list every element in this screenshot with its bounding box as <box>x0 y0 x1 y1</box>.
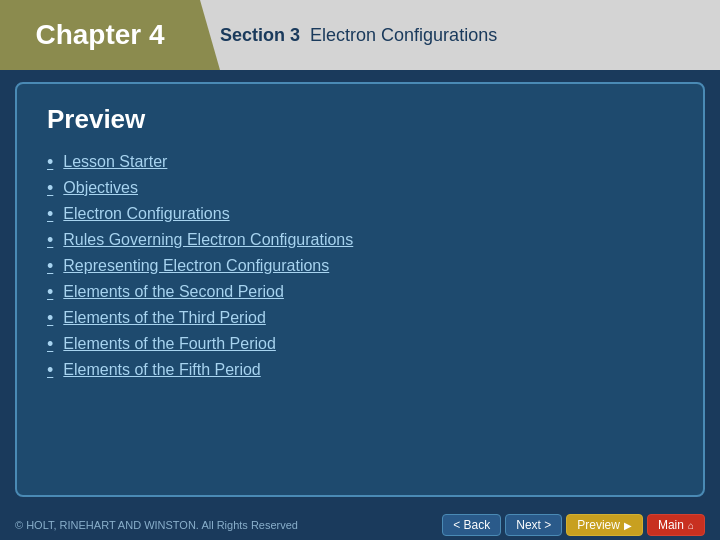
nav-buttons: < Back Next > Preview ▶ Main ⌂ <box>442 514 705 536</box>
list-item[interactable]: Lesson Starter <box>47 153 673 173</box>
chapter-box: Chapter 4 <box>0 0 200 70</box>
list-item[interactable]: Electron Configurations <box>47 205 673 225</box>
next-button[interactable]: Next > <box>505 514 562 536</box>
page-header: Chapter 4 Section 3 Electron Configurati… <box>0 0 720 70</box>
list-item[interactable]: Objectives <box>47 179 673 199</box>
topic-list: Lesson StarterObjectivesElectron Configu… <box>47 153 673 381</box>
preview-btn-label: Preview <box>577 518 620 532</box>
chapter-title: Chapter 4 <box>35 19 164 51</box>
list-item[interactable]: Elements of the Fourth Period <box>47 335 673 355</box>
section-number: Section 3 <box>220 25 300 45</box>
list-item[interactable]: Elements of the Fifth Period <box>47 361 673 381</box>
preview-title: Preview <box>47 104 673 135</box>
list-item[interactable]: Rules Governing Electron Configurations <box>47 231 673 251</box>
preview-icon: ▶ <box>624 520 632 531</box>
main-icon: ⌂ <box>688 520 694 531</box>
list-item[interactable]: Elements of the Third Period <box>47 309 673 329</box>
preview-button[interactable]: Preview ▶ <box>566 514 643 536</box>
section-header: Section 3 Electron Configurations <box>200 0 720 70</box>
page-footer: © HOLT, RINEHART AND WINSTON. All Rights… <box>0 509 720 540</box>
section-text: Section 3 Electron Configurations <box>220 25 497 46</box>
main-btn-label: Main <box>658 518 684 532</box>
list-item[interactable]: Representing Electron Configurations <box>47 257 673 277</box>
copyright-text: © HOLT, RINEHART AND WINSTON. All Rights… <box>15 519 298 531</box>
list-item[interactable]: Elements of the Second Period <box>47 283 673 303</box>
back-button[interactable]: < Back <box>442 514 501 536</box>
section-title: Electron Configurations <box>310 25 497 45</box>
main-button[interactable]: Main ⌂ <box>647 514 705 536</box>
main-content-area: Preview Lesson StarterObjectivesElectron… <box>15 82 705 497</box>
